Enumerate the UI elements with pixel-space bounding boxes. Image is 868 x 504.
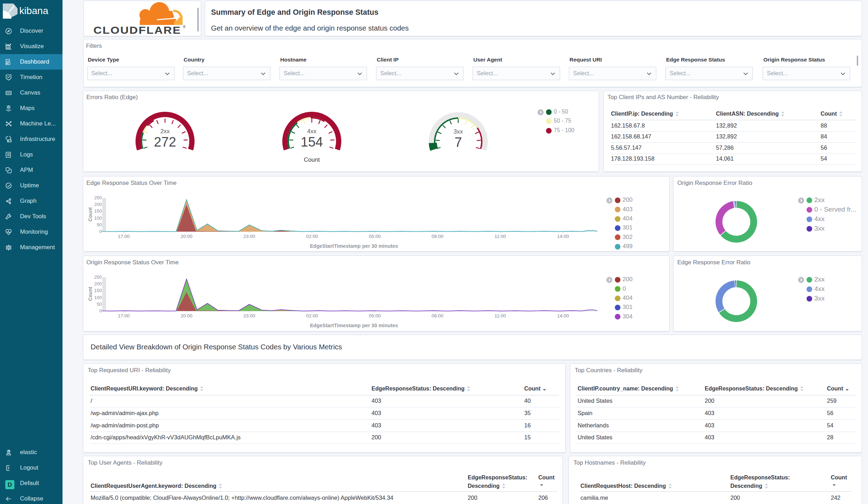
- svg-text:®: ®: [183, 25, 186, 29]
- svg-text:D: D: [8, 482, 12, 488]
- svg-text:CLOUDFLARE: CLOUDFLARE: [93, 24, 181, 36]
